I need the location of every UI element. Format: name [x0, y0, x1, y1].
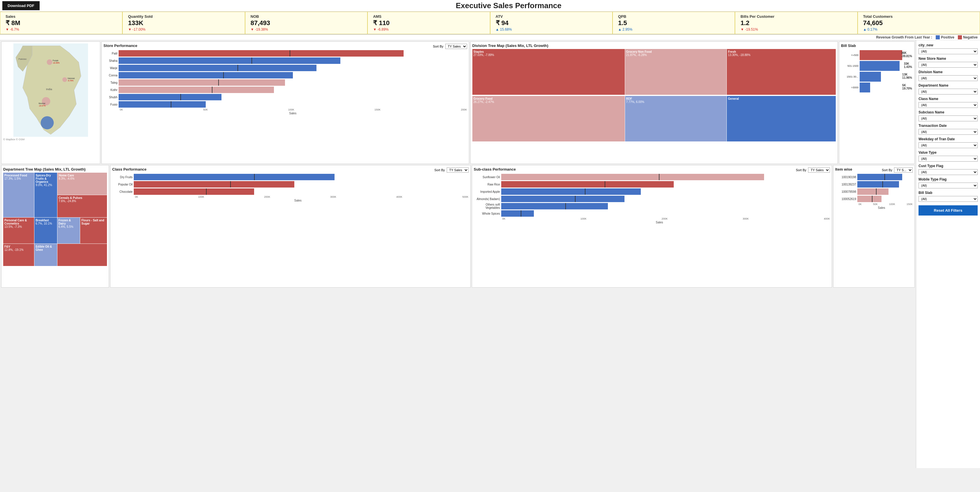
dept-treemap: Processed Food 17.3%, 1.5% Spices-Dry Fr… [3, 173, 107, 266]
treemap-cell-staples: Staples 27.03%, -7.89% [473, 49, 625, 95]
bar-row: Shaha [103, 58, 467, 64]
division-tree-title: Division Tree Map (Sales Mix, LTL Growth… [473, 43, 836, 48]
filter-dept-select[interactable]: (All) [918, 89, 978, 94]
dept-breakfast: Breakfast 6.7%, 10.1% [34, 217, 57, 243]
dept-personal-care: Personal Care & Cosmetics 13.5%, -7.3% [3, 217, 34, 243]
legend-title: Revenue Growth From Last Year : [876, 35, 932, 39]
itemwise-title: Item wise [835, 167, 852, 171]
map-credit: © Mapbox © OSM [3, 138, 98, 141]
filter-division-label: Division Name [918, 70, 978, 74]
filter-bill-slab-select[interactable]: (All) [918, 196, 978, 202]
filter-division-select[interactable]: (All) [918, 75, 978, 81]
svg-text:-5.79%: -5.79% [68, 80, 74, 81]
bar-row: 100190198 [835, 174, 913, 180]
dept-frozen: Frozen & Dairy 6.4%, 5.5% [57, 217, 80, 243]
negative-icon [958, 35, 962, 39]
kpi-card-nob: NOB 87,493 ▼ -19.38% [245, 12, 368, 34]
dept-spices: Spices-Dry Fruits & Organics 9.0%, 41.2% [34, 173, 57, 217]
dept-tree-panel: Department Tree Map (Sales Mix, LTL Grow… [1, 165, 109, 288]
dept-rest [57, 244, 107, 266]
filter-subclass-label: Subclass Name [918, 110, 978, 114]
treemap-cell-fresh: Fresh 13.30%, -18.88% [727, 49, 836, 95]
bill-row: 1501-30... 13K11.96% [841, 72, 913, 81]
row2: Department Tree Map (Sales Mix, LTL Grow… [1, 165, 915, 288]
svg-text:Pakistan: Pakistan [19, 58, 27, 61]
bar-row: Popular Oil [112, 181, 469, 187]
filter-dept-label: Department Name [918, 83, 978, 88]
kpi-card-sales: Sales ₹ 8M ▼ -6.7% [0, 12, 123, 34]
svg-text:Punjab: Punjab [52, 59, 58, 62]
legend-row: Revenue Growth From Last Year : Positive… [0, 35, 980, 40]
store-bar-chart: Patil Shaha Warje Conna [103, 50, 467, 108]
svg-point-8 [62, 77, 67, 82]
bill-row: >3000 5K19.70% [841, 83, 913, 93]
positive-label: Positive [941, 35, 955, 39]
map-panel: Pakistan India Punjab -10.49% Varanasi -… [1, 42, 100, 164]
filter-bill-slab-label: Bill Slab [918, 191, 978, 195]
positive-icon [936, 35, 940, 39]
store-performance-panel: Store Performance Sort By TY Sales Patil… [102, 42, 469, 164]
itemwise-sort-select[interactable]: TY S... [894, 168, 913, 173]
bar-row: 100139237 [835, 181, 913, 187]
svg-point-14 [41, 117, 54, 129]
svg-point-5 [47, 59, 52, 65]
filter-class-select[interactable]: (All) [918, 102, 978, 108]
filter-store-select[interactable]: (All) [918, 62, 978, 68]
filter-city-select[interactable]: (All) [918, 48, 978, 54]
bar-row: Warje [103, 65, 467, 71]
class-bar-chart: Dry Fruits Popular Oil Chocolate [112, 174, 469, 195]
class-sort-label: Sort By [434, 168, 445, 172]
bill-slab-title: Bill Slab [841, 43, 913, 48]
filter-mobile-type-label: Mobile Type Flag [918, 177, 978, 181]
store-sort-select[interactable]: TY Sales [445, 44, 467, 49]
filter-tran-date-select[interactable]: (All) [918, 129, 978, 135]
subclass-sort-select[interactable]: TY Sales [808, 168, 830, 173]
subclass-sort-label: Sort By [796, 168, 806, 172]
bar-row: 100078598 [835, 188, 913, 195]
subclass-perf-title: Sub-class Performance [474, 167, 516, 171]
filter-mobile-type-select[interactable]: (All) [918, 182, 978, 188]
bar-row: Raw Rice [474, 181, 830, 187]
division-tree-panel: Division Tree Map (Sales Mix, LTL Growth… [470, 42, 838, 164]
itemwise-sort-label: Sort By [882, 168, 892, 172]
bar-row: Imported Apple [474, 188, 830, 195]
filter-city-label: city_new [918, 43, 978, 47]
kpi-card-atv: ATV ₹ 94 ▲ 15.68% [490, 12, 612, 34]
bar-row: Shubh [103, 94, 467, 100]
subclass-x-label: Sales [474, 221, 830, 224]
bar-row: 100052619 [835, 196, 913, 202]
filter-class-label: Class Name [918, 97, 978, 101]
svg-text:-10.49%: -10.49% [52, 62, 59, 64]
bill-row: <=500 36K-39.81% [841, 50, 913, 60]
bar-row: Whole Spices [474, 210, 830, 217]
bar-row: Kothr [103, 86, 467, 93]
filter-tran-date-label: Transaction Date [918, 124, 978, 128]
division-treemap: Staples 27.03%, -7.89% Grocery Non Food … [473, 49, 836, 142]
filter-value-type-select[interactable]: (All) [918, 156, 978, 161]
subclass-x-axis: 0K100K200K300K400K [474, 217, 830, 220]
download-pdf-button[interactable]: Download PDF [2, 1, 40, 10]
filter-subclass-select[interactable]: (All) [918, 115, 978, 121]
filter-weekday-select[interactable]: (All) [918, 142, 978, 148]
top-bar: Download PDF Executive Sales Performance [0, 0, 980, 12]
row1: Pakistan India Punjab -10.49% Varanasi -… [1, 42, 915, 164]
kpi-card-ams: AMS ₹ 110 ▼ -6.89% [368, 12, 490, 34]
filter-store-label: New Store Name [918, 57, 978, 61]
class-sort-select[interactable]: TY Sales [447, 168, 469, 173]
store-perf-title: Store Performance [103, 43, 137, 48]
dept-flours: Flours - Salt and Sugar [80, 217, 107, 243]
itemwise-x-axis: 0K50K100K150K [835, 203, 913, 206]
dept-home-care: Home Care 8.3%, -4.6% [57, 173, 107, 195]
treemap-cell-gf: Grocery Food 26.27%, -2.47% [473, 96, 625, 142]
filter-cust-type-select[interactable]: (All) [918, 169, 978, 175]
store-sort-row: Sort By TY Sales [433, 44, 467, 49]
treemap-cell-gnf: Grocery Non Food 21.87%, -6.28% [625, 49, 727, 95]
reset-all-filters-button[interactable]: Reset All Filters [918, 205, 978, 216]
bar-row: Others soft Vegetables [474, 203, 830, 209]
kpi-card-quantity-sold: Quantity Sold 133K ▼ -17.00% [123, 12, 245, 34]
dept-tree-title: Department Tree Map (Sales Mix, LTL Grow… [3, 167, 107, 171]
dept-processed-food: Processed Food 17.3%, 1.5% [3, 173, 34, 217]
dept-fv: F&V 12.8%, -19.1% [3, 244, 34, 266]
india-map: Pakistan India Punjab -10.49% Varanasi -… [3, 43, 98, 137]
class-x-label: Sales [112, 199, 469, 202]
